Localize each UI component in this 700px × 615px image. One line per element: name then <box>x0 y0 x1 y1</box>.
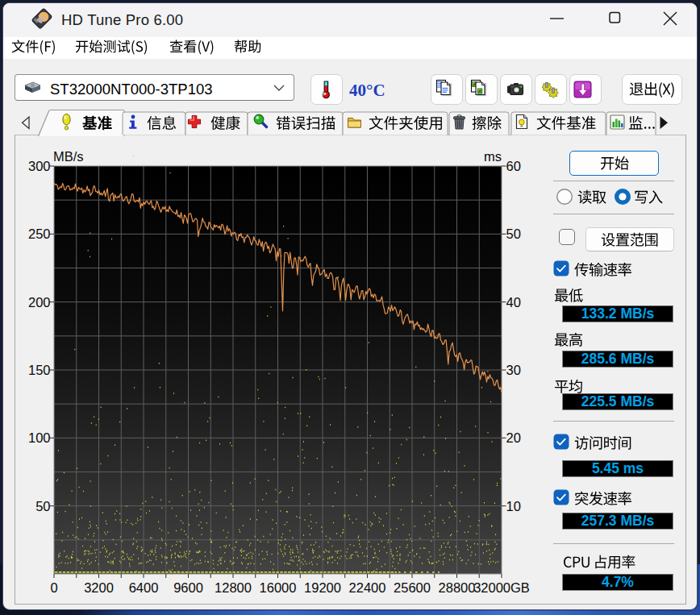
svg-text:22400: 22400 <box>349 580 386 595</box>
svg-text:MB/s: MB/s <box>53 149 84 164</box>
svg-text:10: 10 <box>506 499 521 513</box>
svg-text:16000: 16000 <box>260 580 297 595</box>
svg-text:20: 20 <box>506 430 521 445</box>
svg-text:300: 300 <box>28 159 51 173</box>
svg-text:150: 150 <box>28 363 51 377</box>
svg-text:32000GB: 32000GB <box>473 580 530 595</box>
svg-text:30: 30 <box>506 363 521 377</box>
svg-text:200: 200 <box>28 295 51 310</box>
svg-text:3200: 3200 <box>84 580 114 595</box>
svg-text:ms: ms <box>484 149 502 164</box>
svg-text:9600: 9600 <box>173 580 203 595</box>
svg-text:28800: 28800 <box>439 580 476 595</box>
svg-text:40: 40 <box>506 295 521 310</box>
svg-text:0: 0 <box>50 580 57 595</box>
svg-text:25600: 25600 <box>394 580 431 595</box>
svg-text:19200: 19200 <box>304 580 341 595</box>
svg-text:100: 100 <box>28 430 51 445</box>
svg-text:60: 60 <box>506 159 521 173</box>
svg-text:12800: 12800 <box>215 580 252 595</box>
svg-text:50: 50 <box>35 499 50 513</box>
svg-text:50: 50 <box>506 226 521 241</box>
svg-text:6400: 6400 <box>129 580 159 595</box>
svg-text:250: 250 <box>28 226 51 241</box>
